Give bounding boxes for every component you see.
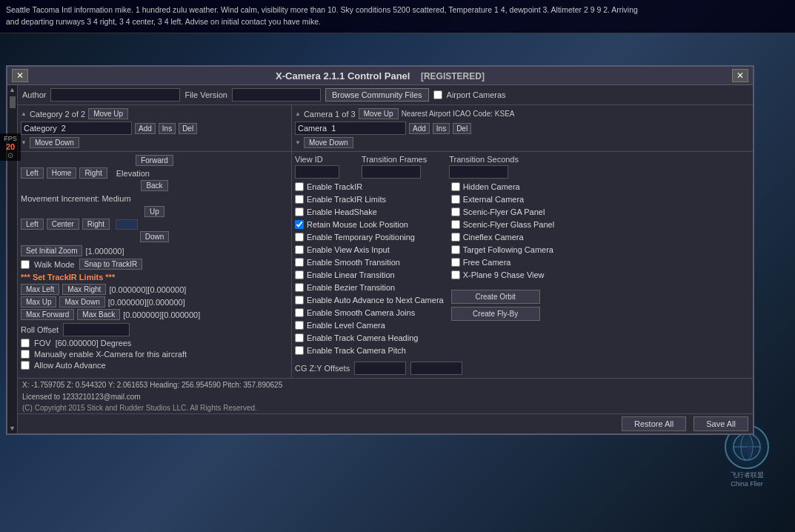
manually-enable-label: Manually enable X-Camera for this aircra… — [34, 350, 187, 359]
smooth-transition-label: Enable Smooth Transition — [307, 258, 400, 267]
cg-offset-z-input[interactable] — [354, 362, 406, 375]
category-add-button[interactable]: Add — [135, 123, 156, 134]
smooth-trans-row: Enable Smooth Transition — [295, 257, 444, 267]
create-orbit-button[interactable]: Create Orbit — [451, 290, 540, 304]
enable-headshake-checkbox[interactable] — [295, 207, 304, 216]
target-follow-row: Target Following Camera — [451, 245, 555, 255]
cg-offsets-label: CG Z:Y Offsets — [295, 364, 350, 373]
hidden-camera-label: Hidden Camera — [463, 182, 520, 191]
left-button[interactable]: Left — [21, 167, 44, 179]
xp9-chase-checkbox[interactable] — [451, 270, 460, 279]
linear-transition-checkbox[interactable] — [295, 270, 304, 279]
save-all-button[interactable]: Save All — [693, 416, 748, 431]
camera-ins-button[interactable]: Ins — [433, 123, 450, 134]
forward-button[interactable]: Forward — [136, 155, 173, 166]
roll-offset-input[interactable] — [63, 323, 130, 336]
max-back-button[interactable]: Max Back — [77, 309, 120, 320]
target-following-checkbox[interactable] — [451, 245, 460, 254]
transition-seconds-input[interactable] — [449, 165, 508, 179]
scroll-down-arrow[interactable]: ▼ — [9, 425, 16, 432]
max-left-button[interactable]: Max Left — [21, 284, 59, 295]
restore-all-button[interactable]: Restore All — [622, 416, 686, 431]
max-up-button[interactable]: Max Up — [21, 296, 56, 307]
category-del-button[interactable]: Del — [179, 123, 197, 134]
view-id-label: View ID — [295, 155, 339, 164]
category-ins-button[interactable]: Ins — [159, 123, 176, 134]
set-initial-zoom-button[interactable]: Set Initial Zoom — [21, 245, 82, 256]
author-row: Author File Version Browse Community Fil… — [18, 85, 753, 104]
max-fb-values: [0.000000][0.000000] — [123, 310, 200, 319]
fov-checkbox[interactable] — [21, 339, 30, 348]
camera-del-button[interactable]: Del — [453, 123, 471, 134]
right-button[interactable]: Right — [79, 167, 107, 179]
level-camera-checkbox[interactable] — [295, 321, 304, 330]
left2-button[interactable]: Left — [21, 219, 44, 230]
camera-move-up-button[interactable]: Move Up — [359, 108, 399, 119]
transition-frames-input[interactable] — [362, 165, 421, 179]
create-flyby-button[interactable]: Create Fly-By — [451, 307, 540, 321]
cam-arrow-down-icon: ▼ — [295, 139, 301, 146]
retain-mouse-label: Retain Mouse Look Position — [307, 220, 408, 229]
manually-enable-checkbox[interactable] — [21, 350, 30, 359]
scenic-glass-checkbox[interactable] — [451, 220, 460, 229]
airport-cameras-checkbox[interactable] — [433, 90, 442, 99]
smooth-transition-checkbox[interactable] — [295, 258, 304, 267]
author-input[interactable] — [50, 88, 180, 102]
center-button[interactable]: Center — [47, 219, 79, 230]
license-text: Licensed to 1233210123@mail.com — [22, 393, 141, 401]
bezier-transition-checkbox[interactable] — [295, 283, 304, 292]
track-pitch-row: Enable Track Camera Pitch — [295, 345, 444, 356]
scenic-ga-label: Scenic-Flyer GA Panel — [463, 207, 545, 216]
external-camera-checkbox[interactable] — [451, 195, 460, 204]
max-right-button[interactable]: Max Right — [62, 284, 106, 295]
walk-mode-checkbox[interactable] — [21, 260, 30, 269]
target-following-label: Target Following Camera — [463, 245, 553, 254]
cineflex-checkbox[interactable] — [451, 233, 460, 242]
snap-to-trackir-button[interactable]: Snap to TrackIR — [79, 259, 143, 270]
roll-offset-row: Roll Offset — [21, 323, 288, 336]
up-button[interactable]: Up — [144, 206, 164, 217]
file-version-input[interactable] — [232, 88, 321, 102]
free-camera-checkbox[interactable] — [451, 258, 460, 267]
category-name-input[interactable] — [21, 122, 132, 135]
home-button[interactable]: Home — [47, 167, 77, 179]
enable-trackir-label: Enable TrackIR — [307, 182, 362, 191]
right2-button[interactable]: Right — [82, 219, 110, 230]
temp-positioning-checkbox[interactable] — [295, 233, 304, 242]
slider-control[interactable] — [116, 219, 138, 230]
smooth-joins-checkbox[interactable] — [295, 308, 304, 317]
browse-button[interactable]: Browse Community Files — [325, 88, 429, 102]
camera-name-input[interactable] — [295, 122, 406, 135]
up-row: Up — [21, 206, 288, 217]
back-button[interactable]: Back — [141, 180, 167, 191]
view-axis-checkbox[interactable] — [295, 245, 304, 254]
category-move-down-button[interactable]: Move Down — [30, 137, 79, 148]
scenic-ga-checkbox[interactable] — [451, 207, 460, 216]
allow-auto-checkbox[interactable] — [21, 361, 30, 370]
auto-advance-label: Enable Auto Advance to Next Camera — [307, 296, 444, 305]
scroll-up-arrow[interactable]: ▲ — [9, 87, 16, 93]
fov-value: [60.000000] Degrees — [56, 339, 132, 348]
auto-advance-checkbox[interactable] — [295, 296, 304, 305]
camera-move-down-button[interactable]: Move Down — [304, 137, 353, 148]
retain-mouse-checkbox[interactable] — [295, 220, 304, 229]
close-button-right[interactable]: ✕ — [732, 69, 748, 82]
track-pitch-checkbox[interactable] — [295, 346, 304, 355]
fov-row: FOV [60.000000] Degrees — [21, 339, 288, 348]
down-button[interactable]: Down — [140, 231, 170, 242]
category-move-up-button[interactable]: Move Up — [88, 108, 128, 119]
xp9-chase-row: X-Plane 9 Chase View — [451, 270, 555, 280]
hidden-camera-checkbox[interactable] — [451, 182, 460, 191]
enable-trackir-limits-checkbox[interactable] — [295, 195, 304, 204]
track-heading-checkbox[interactable] — [295, 333, 304, 342]
max-down-button[interactable]: Max Down — [59, 296, 104, 307]
max-forward-button[interactable]: Max Forward — [21, 309, 74, 320]
view-id-input[interactable] — [295, 165, 339, 179]
cg-offset-y-input[interactable] — [410, 362, 462, 375]
copyright-text: (C) Copyright 2015 Stick and Rudder Stud… — [22, 404, 257, 412]
enable-trackir-checkbox[interactable] — [295, 182, 304, 191]
info-line2: and departing runways 3 4 right, 3 4 cen… — [6, 16, 789, 28]
close-button-left[interactable]: ✕ — [12, 69, 28, 82]
scroll-thumb[interactable] — [10, 96, 16, 108]
camera-add-button[interactable]: Add — [409, 123, 430, 134]
